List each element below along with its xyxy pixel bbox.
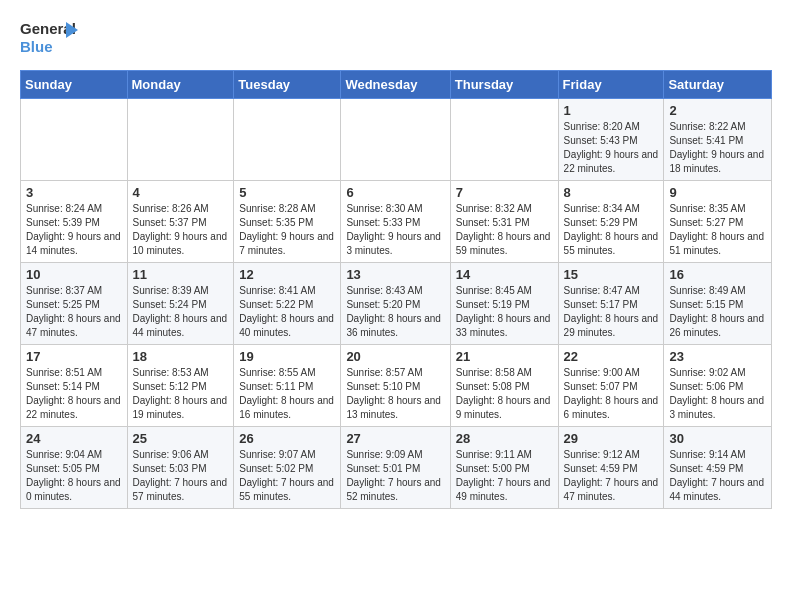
logo-svg: GeneralBlue xyxy=(20,16,80,60)
day-number: 7 xyxy=(456,185,553,200)
calendar-cell: 17Sunrise: 8:51 AM Sunset: 5:14 PM Dayli… xyxy=(21,345,128,427)
day-info: Sunrise: 9:07 AM Sunset: 5:02 PM Dayligh… xyxy=(239,448,335,504)
calendar-week-5: 24Sunrise: 9:04 AM Sunset: 5:05 PM Dayli… xyxy=(21,427,772,509)
day-info: Sunrise: 8:41 AM Sunset: 5:22 PM Dayligh… xyxy=(239,284,335,340)
calendar-cell: 16Sunrise: 8:49 AM Sunset: 5:15 PM Dayli… xyxy=(664,263,772,345)
calendar-cell: 25Sunrise: 9:06 AM Sunset: 5:03 PM Dayli… xyxy=(127,427,234,509)
calendar-cell: 8Sunrise: 8:34 AM Sunset: 5:29 PM Daylig… xyxy=(558,181,664,263)
day-info: Sunrise: 9:00 AM Sunset: 5:07 PM Dayligh… xyxy=(564,366,659,422)
day-number: 27 xyxy=(346,431,444,446)
calendar-cell: 30Sunrise: 9:14 AM Sunset: 4:59 PM Dayli… xyxy=(664,427,772,509)
calendar-cell: 9Sunrise: 8:35 AM Sunset: 5:27 PM Daylig… xyxy=(664,181,772,263)
logo: GeneralBlue xyxy=(20,16,80,60)
day-info: Sunrise: 9:09 AM Sunset: 5:01 PM Dayligh… xyxy=(346,448,444,504)
page-header: GeneralBlue xyxy=(20,16,772,60)
day-number: 29 xyxy=(564,431,659,446)
calendar-cell: 19Sunrise: 8:55 AM Sunset: 5:11 PM Dayli… xyxy=(234,345,341,427)
day-number: 12 xyxy=(239,267,335,282)
day-info: Sunrise: 9:11 AM Sunset: 5:00 PM Dayligh… xyxy=(456,448,553,504)
calendar-cell: 1Sunrise: 8:20 AM Sunset: 5:43 PM Daylig… xyxy=(558,99,664,181)
calendar-header-row: SundayMondayTuesdayWednesdayThursdayFrid… xyxy=(21,71,772,99)
col-header-friday: Friday xyxy=(558,71,664,99)
svg-text:Blue: Blue xyxy=(20,38,53,55)
day-number: 25 xyxy=(133,431,229,446)
col-header-thursday: Thursday xyxy=(450,71,558,99)
day-number: 30 xyxy=(669,431,766,446)
calendar-cell: 6Sunrise: 8:30 AM Sunset: 5:33 PM Daylig… xyxy=(341,181,450,263)
day-number: 1 xyxy=(564,103,659,118)
day-info: Sunrise: 8:51 AM Sunset: 5:14 PM Dayligh… xyxy=(26,366,122,422)
day-number: 19 xyxy=(239,349,335,364)
calendar-week-4: 17Sunrise: 8:51 AM Sunset: 5:14 PM Dayli… xyxy=(21,345,772,427)
day-info: Sunrise: 8:35 AM Sunset: 5:27 PM Dayligh… xyxy=(669,202,766,258)
calendar-week-2: 3Sunrise: 8:24 AM Sunset: 5:39 PM Daylig… xyxy=(21,181,772,263)
calendar-cell: 24Sunrise: 9:04 AM Sunset: 5:05 PM Dayli… xyxy=(21,427,128,509)
calendar-cell: 5Sunrise: 8:28 AM Sunset: 5:35 PM Daylig… xyxy=(234,181,341,263)
day-number: 21 xyxy=(456,349,553,364)
day-number: 22 xyxy=(564,349,659,364)
day-info: Sunrise: 8:34 AM Sunset: 5:29 PM Dayligh… xyxy=(564,202,659,258)
day-number: 4 xyxy=(133,185,229,200)
day-number: 15 xyxy=(564,267,659,282)
calendar-cell: 2Sunrise: 8:22 AM Sunset: 5:41 PM Daylig… xyxy=(664,99,772,181)
day-info: Sunrise: 8:28 AM Sunset: 5:35 PM Dayligh… xyxy=(239,202,335,258)
calendar-cell: 15Sunrise: 8:47 AM Sunset: 5:17 PM Dayli… xyxy=(558,263,664,345)
calendar-cell xyxy=(21,99,128,181)
calendar-table: SundayMondayTuesdayWednesdayThursdayFrid… xyxy=(20,70,772,509)
day-number: 10 xyxy=(26,267,122,282)
day-info: Sunrise: 8:20 AM Sunset: 5:43 PM Dayligh… xyxy=(564,120,659,176)
day-number: 16 xyxy=(669,267,766,282)
calendar-cell: 26Sunrise: 9:07 AM Sunset: 5:02 PM Dayli… xyxy=(234,427,341,509)
day-number: 24 xyxy=(26,431,122,446)
day-info: Sunrise: 9:12 AM Sunset: 4:59 PM Dayligh… xyxy=(564,448,659,504)
calendar-cell: 22Sunrise: 9:00 AM Sunset: 5:07 PM Dayli… xyxy=(558,345,664,427)
day-info: Sunrise: 9:06 AM Sunset: 5:03 PM Dayligh… xyxy=(133,448,229,504)
day-number: 13 xyxy=(346,267,444,282)
calendar-cell: 29Sunrise: 9:12 AM Sunset: 4:59 PM Dayli… xyxy=(558,427,664,509)
calendar-cell xyxy=(341,99,450,181)
calendar-cell: 21Sunrise: 8:58 AM Sunset: 5:08 PM Dayli… xyxy=(450,345,558,427)
col-header-monday: Monday xyxy=(127,71,234,99)
day-number: 23 xyxy=(669,349,766,364)
calendar-cell xyxy=(450,99,558,181)
calendar-cell: 7Sunrise: 8:32 AM Sunset: 5:31 PM Daylig… xyxy=(450,181,558,263)
calendar-week-1: 1Sunrise: 8:20 AM Sunset: 5:43 PM Daylig… xyxy=(21,99,772,181)
day-number: 20 xyxy=(346,349,444,364)
day-info: Sunrise: 8:30 AM Sunset: 5:33 PM Dayligh… xyxy=(346,202,444,258)
day-info: Sunrise: 9:04 AM Sunset: 5:05 PM Dayligh… xyxy=(26,448,122,504)
col-header-wednesday: Wednesday xyxy=(341,71,450,99)
day-info: Sunrise: 8:43 AM Sunset: 5:20 PM Dayligh… xyxy=(346,284,444,340)
day-number: 17 xyxy=(26,349,122,364)
calendar-cell: 3Sunrise: 8:24 AM Sunset: 5:39 PM Daylig… xyxy=(21,181,128,263)
day-info: Sunrise: 8:53 AM Sunset: 5:12 PM Dayligh… xyxy=(133,366,229,422)
calendar-cell: 12Sunrise: 8:41 AM Sunset: 5:22 PM Dayli… xyxy=(234,263,341,345)
day-number: 14 xyxy=(456,267,553,282)
day-info: Sunrise: 8:58 AM Sunset: 5:08 PM Dayligh… xyxy=(456,366,553,422)
calendar-cell xyxy=(127,99,234,181)
day-number: 6 xyxy=(346,185,444,200)
day-number: 3 xyxy=(26,185,122,200)
calendar-cell: 14Sunrise: 8:45 AM Sunset: 5:19 PM Dayli… xyxy=(450,263,558,345)
calendar-cell xyxy=(234,99,341,181)
calendar-week-3: 10Sunrise: 8:37 AM Sunset: 5:25 PM Dayli… xyxy=(21,263,772,345)
calendar-cell: 10Sunrise: 8:37 AM Sunset: 5:25 PM Dayli… xyxy=(21,263,128,345)
calendar-cell: 23Sunrise: 9:02 AM Sunset: 5:06 PM Dayli… xyxy=(664,345,772,427)
day-info: Sunrise: 8:22 AM Sunset: 5:41 PM Dayligh… xyxy=(669,120,766,176)
day-info: Sunrise: 8:57 AM Sunset: 5:10 PM Dayligh… xyxy=(346,366,444,422)
col-header-sunday: Sunday xyxy=(21,71,128,99)
day-info: Sunrise: 8:39 AM Sunset: 5:24 PM Dayligh… xyxy=(133,284,229,340)
day-number: 26 xyxy=(239,431,335,446)
col-header-tuesday: Tuesday xyxy=(234,71,341,99)
day-info: Sunrise: 8:45 AM Sunset: 5:19 PM Dayligh… xyxy=(456,284,553,340)
day-number: 18 xyxy=(133,349,229,364)
day-number: 28 xyxy=(456,431,553,446)
col-header-saturday: Saturday xyxy=(664,71,772,99)
calendar-cell: 11Sunrise: 8:39 AM Sunset: 5:24 PM Dayli… xyxy=(127,263,234,345)
day-info: Sunrise: 8:55 AM Sunset: 5:11 PM Dayligh… xyxy=(239,366,335,422)
day-info: Sunrise: 8:32 AM Sunset: 5:31 PM Dayligh… xyxy=(456,202,553,258)
calendar-cell: 13Sunrise: 8:43 AM Sunset: 5:20 PM Dayli… xyxy=(341,263,450,345)
day-info: Sunrise: 9:02 AM Sunset: 5:06 PM Dayligh… xyxy=(669,366,766,422)
calendar-cell: 28Sunrise: 9:11 AM Sunset: 5:00 PM Dayli… xyxy=(450,427,558,509)
calendar-cell: 18Sunrise: 8:53 AM Sunset: 5:12 PM Dayli… xyxy=(127,345,234,427)
day-info: Sunrise: 8:49 AM Sunset: 5:15 PM Dayligh… xyxy=(669,284,766,340)
